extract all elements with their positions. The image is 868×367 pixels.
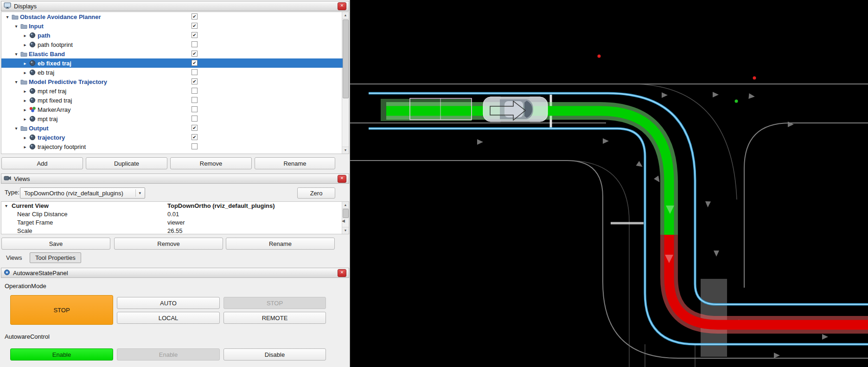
expand-arrow-icon[interactable]: ▾ xyxy=(4,14,11,19)
operation-mode-state-button[interactable]: STOP xyxy=(10,295,113,325)
collapse-arrow-icon[interactable]: ▸ xyxy=(22,135,28,140)
collapse-arrow-icon[interactable]: ▸ xyxy=(22,70,28,75)
collapse-arrow-icon[interactable]: ▸ xyxy=(22,33,28,38)
property-row-near-clip-distance[interactable]: Near Clip Distance0.01 xyxy=(1,210,343,219)
collapse-arrow-icon[interactable]: ▸ xyxy=(22,116,28,122)
visibility-checkbox[interactable] xyxy=(191,88,198,94)
control-state-button[interactable]: Enable xyxy=(10,348,113,361)
save-button[interactable]: Save xyxy=(1,238,110,250)
tree-item-label: trajectory footprint xyxy=(38,143,86,150)
expand-arrow-icon[interactable]: ▾ xyxy=(13,79,19,84)
tree-item-label: Input xyxy=(29,23,44,30)
visibility-checkbox[interactable] xyxy=(191,69,198,75)
scrollbar-thumb[interactable] xyxy=(343,19,349,98)
close-icon[interactable]: ✕ xyxy=(338,269,346,277)
visibility-checkbox[interactable] xyxy=(191,106,198,112)
property-name: Current View xyxy=(12,202,49,210)
tree-row-mpt-fixed-traj[interactable]: ▸mpt fixed traj xyxy=(1,96,343,105)
displays-tree-scrollbar[interactable]: ▲ ▼ xyxy=(342,12,349,154)
close-icon[interactable]: ✕ xyxy=(338,2,346,10)
visibility-checkbox[interactable]: ✔ xyxy=(191,78,198,84)
tree-row-path-footprint[interactable]: ▸path footprint xyxy=(1,40,343,49)
rename-button[interactable]: Rename xyxy=(255,157,335,169)
tree-row-obstacle-avoidance-planner[interactable]: ▾Obstacle Avoidance Planner✔ xyxy=(1,12,343,21)
collapse-arrow-icon[interactable]: ▸ xyxy=(22,107,28,112)
tree-row-trajectory[interactable]: ▸trajectory✔ xyxy=(1,133,343,142)
scroll-down-icon[interactable]: ▼ xyxy=(342,147,349,154)
tab-views[interactable]: Views xyxy=(6,254,22,261)
autoware-panel-title: AutowareStatePanel xyxy=(13,270,68,277)
tab-tool-properties[interactable]: Tool Properties xyxy=(30,252,81,263)
visibility-checkbox[interactable]: ✔ xyxy=(191,134,198,140)
expand-arrow-icon[interactable]: ▾ xyxy=(13,126,19,131)
property-value[interactable]: 0.01 xyxy=(167,210,179,219)
tree-row-output[interactable]: ▾Output✔ xyxy=(1,123,343,133)
rename-view-button[interactable]: Rename xyxy=(226,238,335,250)
add-button[interactable]: Add xyxy=(1,157,83,169)
views-property-grid[interactable]: ▲ ▼ ▾Current ViewTopDownOrtho (rviz_defa… xyxy=(1,201,349,234)
autoware-panel-titlebar[interactable]: AutowareStatePanel ✕ xyxy=(1,268,349,278)
duplicate-button[interactable]: Duplicate xyxy=(86,157,167,169)
zero-button[interactable]: Zero xyxy=(297,187,335,199)
view-type-combobox[interactable]: TopDownOrtho (rviz_default_plugins) ▾ xyxy=(20,187,145,199)
3d-viewport[interactable] xyxy=(350,0,868,367)
local-button[interactable]: LOCAL xyxy=(117,312,220,324)
property-value[interactable]: TopDownOrtho (rviz_default_plugins) xyxy=(167,202,275,210)
property-row-current-view[interactable]: ▾Current ViewTopDownOrtho (rviz_default_… xyxy=(1,202,343,210)
scroll-down-icon[interactable]: ▼ xyxy=(342,227,349,234)
property-row-target-frame[interactable]: Target Frameviewer xyxy=(1,219,343,227)
close-icon[interactable]: ✕ xyxy=(338,175,346,183)
splitter-collapse-icon[interactable]: ◀ xyxy=(342,219,345,223)
tree-row-eb-fixed-traj[interactable]: ▸eb fixed traj✔ xyxy=(1,58,343,68)
tree-row-mpt-traj[interactable]: ▸mpt traj xyxy=(1,114,343,123)
disable-button[interactable]: Disable xyxy=(223,348,326,361)
tree-row-model-predictive-trajectory[interactable]: ▾Model Predictive Trajectory✔ xyxy=(1,77,343,86)
property-value[interactable]: 26.55 xyxy=(167,227,183,234)
collapse-arrow-icon[interactable]: ▸ xyxy=(22,89,28,94)
displays-panel-titlebar[interactable]: Displays ✕ xyxy=(1,1,349,11)
views-panel-titlebar[interactable]: Views ✕ xyxy=(1,174,349,184)
tree-row-elastic-band[interactable]: ▾Elastic Band✔ xyxy=(1,49,343,58)
expand-arrow-icon[interactable]: ▾ xyxy=(13,24,19,29)
visibility-checkbox[interactable]: ✔ xyxy=(191,60,198,66)
visibility-checkbox[interactable]: ✔ xyxy=(191,13,198,19)
tree-row-input[interactable]: ▾Input✔ xyxy=(1,21,343,31)
scroll-up-icon[interactable]: ▲ xyxy=(342,202,349,209)
collapse-arrow-icon[interactable]: ▸ xyxy=(22,61,28,66)
visibility-checkbox[interactable] xyxy=(191,143,198,149)
property-row-scale[interactable]: Scale26.55 xyxy=(1,227,343,234)
visibility-checkbox[interactable]: ✔ xyxy=(191,51,198,57)
visibility-checkbox[interactable]: ✔ xyxy=(191,23,198,29)
visibility-checkbox[interactable]: ✔ xyxy=(191,125,198,131)
remove-view-button[interactable]: Remove xyxy=(114,238,223,250)
property-value[interactable]: viewer xyxy=(167,219,185,227)
tree-row-markerarray[interactable]: ▸MarkerArray xyxy=(1,105,343,114)
visibility-checkbox[interactable] xyxy=(191,116,198,122)
remove-button[interactable]: Remove xyxy=(170,157,252,169)
collapse-arrow-icon[interactable]: ▸ xyxy=(22,144,28,149)
tree-item-label: path xyxy=(38,32,50,39)
traffic-light-dots xyxy=(598,55,756,103)
visibility-checkbox[interactable] xyxy=(191,41,198,47)
tree-row-path[interactable]: ▸path✔ xyxy=(1,31,343,40)
collapse-arrow-icon[interactable]: ▸ xyxy=(22,42,28,47)
tree-row-eb-traj[interactable]: ▸eb traj xyxy=(1,68,343,77)
scrollbar-thumb[interactable] xyxy=(343,209,349,218)
views-grid-scrollbar[interactable]: ▲ ▼ xyxy=(342,202,349,234)
collapse-arrow-icon[interactable]: ▸ xyxy=(22,98,28,103)
scroll-up-icon[interactable]: ▲ xyxy=(342,12,349,19)
visibility-checkbox[interactable] xyxy=(191,97,198,103)
tree-item-label: Model Predictive Trajectory xyxy=(29,78,107,85)
folder-icon xyxy=(19,23,28,29)
tree-item-label: Elastic Band xyxy=(29,51,65,58)
trajectory-red xyxy=(669,235,868,325)
displays-tree[interactable]: ▲ ▼ ▾Obstacle Avoidance Planner✔▾Input✔▸… xyxy=(1,12,349,154)
tree-row-mpt-ref-traj[interactable]: ▸mpt ref traj xyxy=(1,86,343,96)
expand-arrow-icon[interactable]: ▾ xyxy=(5,202,7,210)
tree-row-trajectory-footprint[interactable]: ▸trajectory footprint xyxy=(1,142,343,151)
visibility-checkbox[interactable]: ✔ xyxy=(191,32,198,38)
remote-button[interactable]: REMOTE xyxy=(223,312,326,324)
autoware-control-label: AutowareControl xyxy=(5,333,50,340)
auto-button[interactable]: AUTO xyxy=(117,297,220,309)
expand-arrow-icon[interactable]: ▾ xyxy=(13,52,19,57)
